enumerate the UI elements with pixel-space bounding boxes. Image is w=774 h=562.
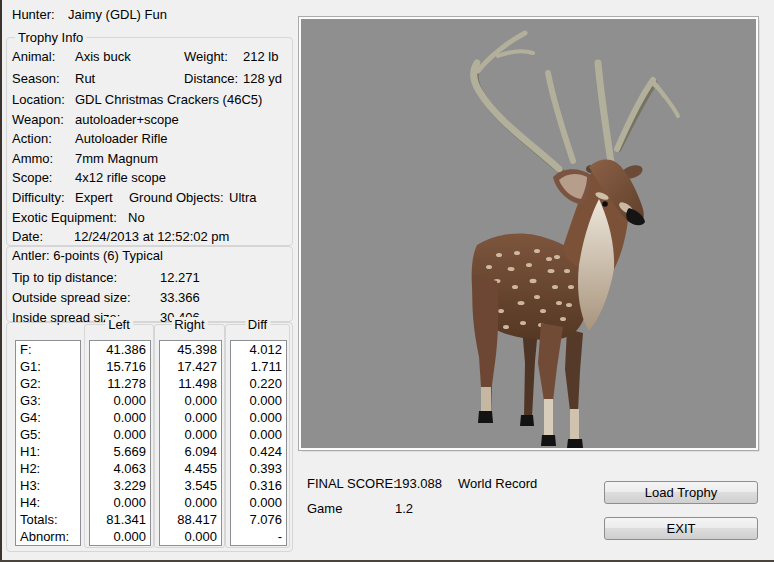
hunter-label: Hunter: [12,8,55,22]
final-score-label: FINAL SCORE: [307,477,397,491]
diff-value: 0.220 [231,375,286,392]
left-value: 0.000 [90,528,150,545]
weight-label: Weight: [184,50,228,64]
animal-label: Animal: [12,50,55,64]
season-value: Rut [75,72,95,86]
ground-objects-value: Ultra [229,191,256,205]
exotic-equipment-label: Exotic Equipment: [12,211,117,225]
diff-column-header: Diff [245,317,270,332]
diff-value: 1.711 [231,358,286,375]
action-label: Action: [12,132,52,146]
tip-to-tip-value: 12.271 [160,271,200,285]
row-label: Abnorm: [16,528,80,545]
axis-buck-render [301,19,756,448]
left-column-header: Left [105,317,133,332]
left-value: 15.716 [90,358,150,375]
tip-to-tip-label: Tip to tip distance: [12,271,117,285]
right-values-listbox[interactable]: 45.398 17.427 11.498 0.000 0.000 0.000 6… [159,340,222,546]
right-value: 0.000 [160,392,221,409]
ground-objects-label: Ground Objects: [129,191,224,205]
weight-value: 212 lb [243,50,278,64]
row-label: F: [16,341,80,358]
weapon-value: autoloader+scope [75,113,179,127]
window-left-edge [0,0,2,562]
left-value: 4.063 [90,460,150,477]
antler-line: Antler: 6-points (6) Typical [12,249,163,263]
left-value: 41.386 [90,341,150,358]
row-label: G3: [16,392,80,409]
difficulty-label: Difficulty: [12,191,65,205]
right-value: 88.417 [160,511,221,528]
right-value: 0.000 [160,528,221,545]
deer-near-front-leg [538,323,563,446]
game-version: 1.2 [395,502,413,516]
diff-value: 0.316 [231,477,286,494]
date-label: Date: [12,230,43,244]
right-value: 11.498 [160,375,221,392]
measurement-labels-listbox[interactable]: F: G1: G2: G3: G4: G5: H1: H2: H3: H4: T… [15,340,81,546]
right-value: 17.427 [160,358,221,375]
ammo-label: Ammo: [12,152,53,166]
row-label: H4: [16,494,80,511]
season-label: Season: [12,72,60,86]
row-label: H3: [16,477,80,494]
distance-label: Distance: [184,72,238,86]
row-label: G4: [16,409,80,426]
left-value: 11.278 [90,375,150,392]
right-value: 4.455 [160,460,221,477]
diff-value: - [231,528,286,545]
right-column-header: Right [171,317,207,332]
distance-value: 128 yd [243,72,282,86]
hunter-value: Jaimy (GDL) Fun [68,8,167,22]
action-value: Autoloader Rifle [75,132,168,146]
scope-label: Scope: [12,171,52,185]
left-value: 81.341 [90,511,150,528]
deer-eye [602,201,608,207]
diff-values-listbox[interactable]: 4.012 1.711 0.220 0.000 0.000 0.000 0.42… [230,340,287,546]
difficulty-value: Expert [75,191,113,205]
exit-button[interactable]: EXIT [604,517,758,540]
right-value: 0.000 [160,494,221,511]
diff-value: 7.076 [231,511,286,528]
outside-spread-value: 33.366 [160,291,200,305]
right-value: 0.000 [160,426,221,443]
deer-near-ear [553,169,591,205]
animal-value: Axis buck [75,50,131,64]
row-label: Totals: [16,511,80,528]
final-score-value: 193.088 [395,477,442,491]
load-trophy-button[interactable]: Load Trophy [604,481,758,504]
diff-value: 0.000 [231,494,286,511]
diff-column-fieldset: Diff 4.012 1.711 0.220 0.000 0.000 0.000… [225,324,290,548]
left-value: 5.669 [90,443,150,460]
record-text: World Record [458,477,537,491]
ammo-value: 7mm Magnum [75,152,158,166]
scope-value: 4x12 rifle scope [75,171,166,185]
right-value: 6.094 [160,443,221,460]
trophy-info-title: Trophy Info [15,30,86,45]
row-label: G5: [16,426,80,443]
left-value: 0.000 [90,409,150,426]
location-label: Location: [12,93,65,107]
right-value: 3.545 [160,477,221,494]
left-values-listbox[interactable]: 41.386 15.716 11.278 0.000 0.000 0.000 5… [89,340,151,546]
left-value: 0.000 [90,494,150,511]
game-label: Game [307,502,342,516]
right-value: 45.398 [160,341,221,358]
trophy-3d-viewport[interactable] [299,17,758,450]
deer-antlers [474,33,678,173]
outside-spread-label: Outside spread size: [12,291,131,305]
trophy-viewer-window: Hunter: Jaimy (GDL) Fun Trophy Info Anim… [0,0,774,562]
weapon-label: Weapon: [12,113,64,127]
row-label: G2: [16,375,80,392]
diff-value: 0.000 [231,409,286,426]
deer-near-hind-leg [472,275,498,423]
location-value: GDL Christmas Crackers (46C5) [75,93,262,107]
date-value: 12/24/2013 at 12:52:02 pm [74,230,229,244]
left-column-fieldset: Left 41.386 15.716 11.278 0.000 0.000 0.… [84,324,154,548]
left-value: 3.229 [90,477,150,494]
left-value: 0.000 [90,426,150,443]
exotic-equipment-value: No [128,211,145,225]
diff-value: 0.424 [231,443,286,460]
diff-value: 0.000 [231,426,286,443]
row-label: H2: [16,460,80,477]
